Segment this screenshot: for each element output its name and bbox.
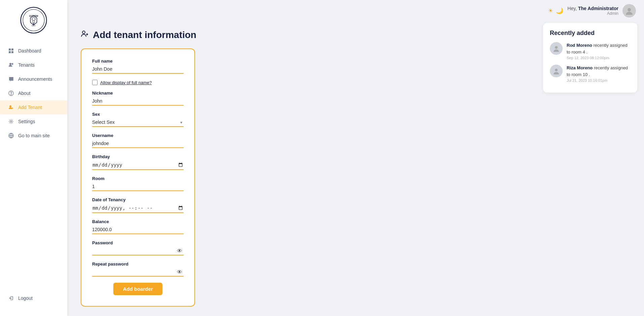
recent-item: Rod Moreno recently assigned to room 4 .… xyxy=(550,42,631,60)
username-group: Username xyxy=(92,133,184,148)
grid-icon xyxy=(8,48,14,54)
recent-item-time-1: Sep 12, 2023 08:12:00pm xyxy=(567,56,631,60)
sidebar: GOLEM DEV Dashboard Tenants xyxy=(0,0,67,316)
add-tenant-icon xyxy=(81,30,89,40)
svg-point-9 xyxy=(9,63,11,65)
greeting-prefix: Hey, xyxy=(567,6,578,11)
room-input[interactable] xyxy=(92,182,184,191)
password-group: Password 👁 xyxy=(92,240,184,255)
date-of-tenancy-input[interactable] xyxy=(92,204,184,213)
recently-added-title: Recently added xyxy=(550,30,631,37)
svg-point-1 xyxy=(23,9,44,31)
sidebar-item-label: Tenants xyxy=(18,62,35,68)
moon-icon[interactable]: 🌙 xyxy=(556,7,563,14)
allow-display-checkbox[interactable] xyxy=(92,80,98,85)
password-label: Password xyxy=(92,240,184,245)
page-area: Add tenant information Full name Allow d… xyxy=(67,22,644,316)
user-info: Hey, The Administrator Admin xyxy=(567,6,618,16)
sidebar-item-label: Dashboard xyxy=(18,48,41,54)
balance-group: Balance xyxy=(92,219,184,234)
svg-rect-8 xyxy=(11,51,13,53)
username-input[interactable] xyxy=(92,139,184,148)
repeat-password-input[interactable] xyxy=(92,268,184,277)
logout-button[interactable]: Logout xyxy=(0,291,67,305)
password-input[interactable] xyxy=(92,247,184,255)
full-name-label: Full name xyxy=(92,59,184,64)
sidebar-item-dashboard[interactable]: Dashboard xyxy=(0,44,67,58)
date-of-tenancy-label: Date of Tenancy xyxy=(92,197,184,202)
recently-added-card: Recently added Rod Moreno recently assig… xyxy=(543,23,637,93)
svg-rect-7 xyxy=(9,51,11,53)
svg-point-12 xyxy=(11,94,11,95)
svg-rect-5 xyxy=(9,48,11,50)
avatar[interactable] xyxy=(622,4,636,17)
username-text: The Administrator xyxy=(578,6,618,11)
chat-icon xyxy=(8,76,14,82)
sidebar-item-go-to-main-site[interactable]: Go to main site xyxy=(0,129,67,143)
repeat-password-eye-icon[interactable]: 👁 xyxy=(177,269,182,275)
page-title: Add tenant information xyxy=(93,30,196,40)
password-eye-icon[interactable]: 👁 xyxy=(177,248,182,254)
recent-item-info-1: Rod Moreno recently assigned to room 4 .… xyxy=(567,42,631,60)
sex-select[interactable]: Select Sex Male Female Other xyxy=(92,118,184,127)
sidebar-item-label: Add Tenant xyxy=(18,105,42,110)
username-label: Username xyxy=(92,133,184,138)
svg-point-18 xyxy=(555,46,558,49)
svg-point-13 xyxy=(9,105,11,107)
right-panel: Recently added Rod Moreno recently assig… xyxy=(536,22,644,316)
birthday-label: Birthday xyxy=(92,154,184,159)
balance-input[interactable] xyxy=(92,225,184,234)
sex-group: Sex Select Sex Male Female Other xyxy=(92,112,184,127)
sex-label: Sex xyxy=(92,112,184,117)
sidebar-item-announcements[interactable]: Announcements xyxy=(0,72,67,86)
user-plus-icon xyxy=(8,104,14,110)
sex-select-wrapper: Select Sex Male Female Other xyxy=(92,118,184,127)
recent-avatar-1 xyxy=(550,42,563,55)
nickname-group: Nickname xyxy=(92,91,184,106)
theme-toggle: ☀ 🌙 xyxy=(548,7,563,14)
full-name-input[interactable] xyxy=(92,65,184,74)
room-label: Room xyxy=(92,176,184,181)
sidebar-item-label: Announcements xyxy=(18,76,52,82)
sidebar-item-settings[interactable]: Settings xyxy=(0,114,67,129)
page-title-row: Add tenant information xyxy=(81,30,523,40)
date-of-tenancy-group: Date of Tenancy xyxy=(92,197,184,213)
sidebar-navigation: Dashboard Tenants Announcements About Ad… xyxy=(0,44,67,287)
greeting-text: Hey, The Administrator xyxy=(567,6,618,11)
nickname-input[interactable] xyxy=(92,97,184,106)
add-tenant-form: Full name Allow display of full name? Ni… xyxy=(81,48,195,307)
svg-point-10 xyxy=(12,63,13,65)
topbar: ☀ 🌙 Hey, The Administrator Admin xyxy=(67,0,644,22)
sidebar-item-about[interactable]: About xyxy=(0,86,67,100)
users-icon xyxy=(8,62,14,68)
globe-icon xyxy=(8,133,14,139)
svg-point-0 xyxy=(21,7,47,33)
nickname-label: Nickname xyxy=(92,91,184,96)
help-circle-icon xyxy=(8,90,14,96)
sidebar-item-add-tenant[interactable]: Add Tenant xyxy=(0,100,67,114)
svg-rect-6 xyxy=(11,48,13,50)
room-group: Room xyxy=(92,176,184,191)
sidebar-item-label: Settings xyxy=(18,119,35,124)
recent-item-text-2: Riza Moreno recently assigned to room 10… xyxy=(567,65,631,78)
sun-icon[interactable]: ☀ xyxy=(548,7,553,14)
recent-avatar-2 xyxy=(550,65,563,77)
birthday-input[interactable] xyxy=(92,161,184,170)
add-boarder-button[interactable]: Add boarder xyxy=(113,283,162,295)
recent-item-time-2: Jul 21, 2023 10:16:01pm xyxy=(567,78,631,82)
sidebar-item-label: Go to main site xyxy=(18,133,50,138)
svg-point-14 xyxy=(10,121,12,122)
allow-display-label[interactable]: Allow display of full name? xyxy=(100,80,152,85)
repeat-password-label: Repeat password xyxy=(92,261,184,267)
role-text: Admin xyxy=(607,11,618,16)
main-content: ☀ 🌙 Hey, The Administrator Admin xyxy=(67,0,644,316)
allow-display-row: Allow display of full name? xyxy=(92,80,184,85)
sidebar-bottom: Logout xyxy=(0,287,67,309)
logout-icon xyxy=(8,295,14,301)
sidebar-item-label: About xyxy=(18,91,31,96)
recent-item-2: Riza Moreno recently assigned to room 10… xyxy=(550,65,631,82)
repeat-password-wrapper: 👁 xyxy=(92,268,184,277)
birthday-group: Birthday xyxy=(92,154,184,170)
recent-item-info-2: Riza Moreno recently assigned to room 10… xyxy=(567,65,631,82)
sidebar-item-tenants[interactable]: Tenants xyxy=(0,58,67,72)
